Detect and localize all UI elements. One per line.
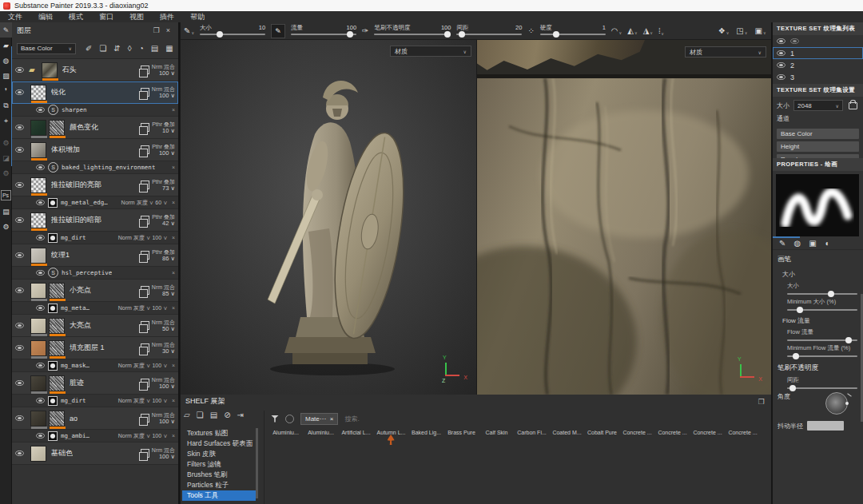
- paint-brush-tool[interactable]: ✎: [0, 22, 12, 38]
- lazy-mouse-icon[interactable]: ⦙∨: [658, 26, 664, 36]
- tab-material[interactable]: ◍: [793, 239, 801, 248]
- add-fill-layer-icon[interactable]: ◊: [128, 44, 132, 53]
- layer-effect-row[interactable]: mg_ambi…Norm 灰度 ∨ 100 ∨×: [12, 430, 178, 442]
- resolution-select[interactable]: 2048∨: [793, 100, 843, 111]
- channel-button-base-color[interactable]: Base Color: [777, 129, 859, 139]
- lock-icon[interactable]: [849, 102, 857, 109]
- layer-row[interactable]: 填充图层 1Nrm 混合30 ∨: [12, 337, 178, 359]
- shelf-category-tools[interactable]: Tools 工具: [182, 490, 256, 501]
- delete-layer-icon[interactable]: ▦: [165, 44, 173, 53]
- layer-opacity[interactable]: 10 ∨: [162, 128, 175, 134]
- eye-icon[interactable]: [15, 182, 24, 188]
- viewport-2d[interactable]: 材质∨ Y X: [477, 40, 771, 395]
- eye-icon[interactable]: [36, 363, 45, 368]
- layer-thumbnail[interactable]: [30, 446, 46, 462]
- add-mask-icon[interactable]: ◔: [139, 44, 144, 53]
- projection-tool[interactable]: ◍: [0, 53, 12, 68]
- slider-track[interactable]: [374, 34, 451, 35]
- material-item[interactable]: Concrete ...: [656, 428, 689, 436]
- remove-effect-icon[interactable]: ×: [172, 398, 175, 403]
- filter-icon[interactable]: [271, 415, 279, 423]
- material-item[interactable]: Concrete ...: [726, 428, 759, 436]
- eye-icon[interactable]: [15, 415, 24, 421]
- eye-icon[interactable]: [790, 38, 799, 44]
- layer-effect-row[interactable]: mg_mask…Norm 灰度 ∨ 100 ∨×: [12, 359, 178, 372]
- material-item[interactable]: Autumn L...: [375, 428, 408, 436]
- remove-effect-icon[interactable]: ×: [172, 107, 175, 113]
- layer-row[interactable]: 体积增加Pthr 叠加100 ∨: [12, 139, 178, 161]
- layer-opacity[interactable]: 100 ∨: [159, 93, 175, 99]
- eye-icon[interactable]: [15, 323, 24, 328]
- layer-opacity[interactable]: 30 ∨: [162, 348, 175, 355]
- falloff-curve-icon[interactable]: ◠∨: [611, 26, 622, 35]
- layer-row[interactable]: 脏迹Nrm 混合100 ∨: [12, 372, 178, 395]
- hide-resource-icon[interactable]: ⊘: [224, 411, 230, 419]
- param-slider-track[interactable]: [787, 339, 857, 341]
- layer-effect-row[interactable]: mg_meta…Norm 灰度 ∨ 100 ∨×: [12, 302, 178, 315]
- layer-thumbnail[interactable]: [30, 340, 46, 356]
- texture-set-row[interactable]: 3: [773, 71, 863, 83]
- slider-knob[interactable]: [444, 31, 451, 38]
- layer-thumbnail[interactable]: [30, 248, 46, 264]
- clone-tool[interactable]: ⧉: [0, 98, 12, 113]
- eye-icon[interactable]: [36, 235, 45, 240]
- slider-track[interactable]: [456, 34, 522, 35]
- slider-knob[interactable]: [217, 31, 223, 38]
- menu-item-模式[interactable]: 模式: [61, 12, 91, 22]
- material-item[interactable]: Concrete ...: [691, 428, 724, 436]
- smudge-tool[interactable]: ❜: [0, 83, 12, 98]
- brush-tip-button[interactable]: ✎: [271, 24, 285, 38]
- layer-thumbnail[interactable]: [30, 375, 46, 391]
- eye-icon[interactable]: [777, 50, 785, 56]
- param-slider-track[interactable]: [787, 387, 857, 389]
- new-resource-icon[interactable]: ❏: [197, 411, 204, 419]
- material-item[interactable]: Brass Pure: [445, 428, 478, 436]
- import-resource-icon[interactable]: ▤: [210, 411, 217, 419]
- pen-pressure-icon[interactable]: ✑: [362, 26, 368, 35]
- filter-circle-icon[interactable]: [285, 415, 294, 423]
- layer-effect-row[interactable]: Sbaked_lighting_environment×: [12, 161, 178, 174]
- remove-effect-icon[interactable]: ×: [172, 433, 175, 439]
- material-item[interactable]: Carbon Fi...: [515, 428, 548, 436]
- slider-knob[interactable]: [789, 385, 796, 391]
- folder-icon[interactable]: ▱: [184, 411, 190, 419]
- export-resource-icon[interactable]: ⇥: [237, 411, 244, 419]
- slider-knob[interactable]: [793, 353, 799, 359]
- slider-track[interactable]: [291, 34, 356, 35]
- slider-track[interactable]: [200, 34, 265, 35]
- remove-effect-icon[interactable]: ×: [172, 305, 175, 311]
- angle-dial[interactable]: [825, 392, 848, 415]
- menu-item-帮助[interactable]: 帮助: [182, 12, 213, 22]
- material-item[interactable]: Aluminiu...: [304, 428, 337, 436]
- slider-track[interactable]: [540, 34, 606, 35]
- menu-item-窗口[interactable]: 窗口: [91, 12, 121, 22]
- settings-small[interactable]: ⚙: [0, 165, 12, 181]
- symmetry-icon[interactable]: ◭∨: [627, 26, 637, 35]
- plugin-gear[interactable]: ⚙: [0, 219, 12, 234]
- export-resource[interactable]: ▤: [0, 204, 12, 219]
- add-effect-icon[interactable]: ✐: [86, 44, 92, 53]
- layer-row[interactable]: 小亮点Nrm 混合85 ∨: [12, 280, 178, 302]
- tab-alpha[interactable]: ▣: [809, 239, 816, 248]
- stroke-shape-icon[interactable]: ✎∨: [184, 26, 194, 35]
- layer-opacity[interactable]: 42 ∨: [162, 220, 175, 227]
- param-slider-track[interactable]: [787, 293, 857, 295]
- eye-icon[interactable]: [15, 380, 24, 386]
- shelf-category-hard[interactable]: Hard Surfaces 硬表面: [182, 439, 256, 449]
- filter-chip[interactable]: Mate⋯×: [300, 413, 338, 425]
- param-slider-track[interactable]: [787, 355, 857, 357]
- slider-流量[interactable]: 流量100: [291, 23, 356, 39]
- close-icon[interactable]: ×: [163, 26, 173, 34]
- layer-opacity[interactable]: 100 ∨: [159, 454, 175, 460]
- layer-thumbnail[interactable]: [42, 62, 58, 78]
- slider-knob[interactable]: [828, 291, 834, 297]
- layer-opacity[interactable]: 85 ∨: [162, 291, 175, 297]
- layer-opacity[interactable]: 86 ∨: [162, 256, 175, 262]
- search-input[interactable]: 搜索.: [344, 415, 359, 423]
- remove-effect-icon[interactable]: ×: [172, 165, 175, 170]
- layer-effect-row[interactable]: Shsl_perceptive×: [12, 267, 178, 280]
- layer-thumbnail[interactable]: [30, 142, 46, 158]
- eye-icon[interactable]: [15, 450, 24, 456]
- effect-tool[interactable]: ⚙: [0, 135, 12, 150]
- slider-knob[interactable]: [347, 31, 353, 38]
